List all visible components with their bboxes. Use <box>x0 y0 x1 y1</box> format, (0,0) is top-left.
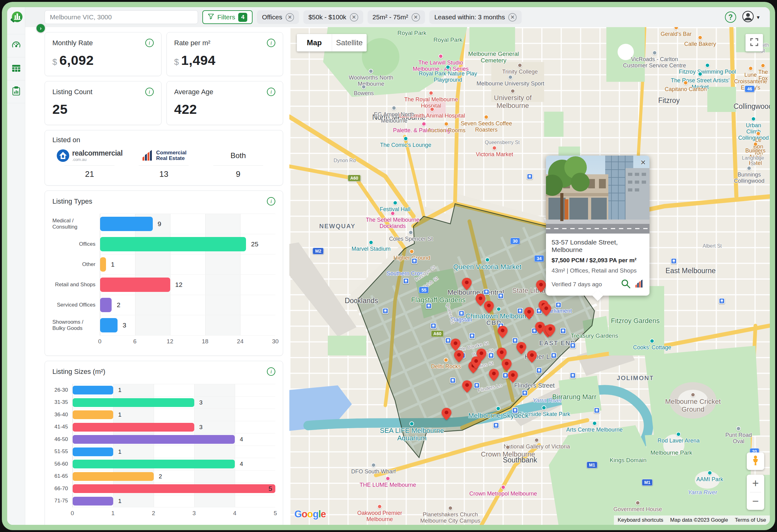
bar-value-label: 25 <box>251 240 258 248</box>
realcommercial-logo: realcommercial.com.au <box>57 148 123 163</box>
transit-station-icon <box>469 333 475 339</box>
filter-chip[interactable]: Offices✕ <box>257 10 299 24</box>
popup-verified: Verified 7 days ago <box>552 281 602 288</box>
zoom-out-button[interactable]: − <box>747 493 764 510</box>
terms-link[interactable]: Terms of Use <box>735 517 766 523</box>
source-count: 13 <box>159 169 169 179</box>
chart-bar-row: 2 <box>100 295 275 315</box>
listing-types-card: Listing Types i Medical / ConsultingOffi… <box>44 191 283 356</box>
pegman-control[interactable] <box>747 452 764 470</box>
both-label: Both <box>230 151 246 160</box>
chart-plot-area: 92511223 <box>100 214 275 335</box>
commercialrealestate-icon[interactable] <box>635 279 644 290</box>
help-glyph: ? <box>729 13 733 21</box>
user-menu[interactable]: ▼ <box>742 10 761 24</box>
chart-bar <box>73 398 194 407</box>
route-badge: 30 <box>510 238 520 244</box>
satellite-view-button[interactable]: Satellite <box>332 34 367 51</box>
stat-value: $1,494 <box>174 53 275 68</box>
search-listing-icon[interactable] <box>621 279 631 290</box>
fullscreen-button[interactable] <box>746 34 763 51</box>
stat-value: 422 <box>174 102 275 117</box>
sidebar-item-table[interactable] <box>7 57 25 80</box>
info-icon[interactable]: i <box>267 367 275 376</box>
stat-card-listing-count: Listing Count i 25 <box>44 81 161 125</box>
filter-chip[interactable]: 25m² - 75m²✕ <box>368 10 425 24</box>
route-badge: 55 <box>419 287 429 294</box>
chart-bar <box>73 460 235 468</box>
google-logo-letter: G <box>294 509 302 520</box>
table-icon <box>11 63 21 75</box>
stat-label: Monthly Rate <box>52 39 93 47</box>
chip-remove-icon[interactable]: ✕ <box>508 13 517 21</box>
google-logo-letter: g <box>313 509 318 520</box>
bar-value-label: 3 <box>123 322 126 329</box>
source-count: 9 <box>236 169 240 179</box>
y-axis-label: 71-75 <box>52 495 72 507</box>
transit-station-icon <box>594 407 600 413</box>
info-icon[interactable]: i <box>145 88 154 96</box>
google-logo-letter: l <box>318 509 321 520</box>
info-icon[interactable]: i <box>267 39 275 47</box>
bar-value-label: 2 <box>159 473 162 480</box>
chart-bar-row: 2 <box>73 470 275 483</box>
panel-collapse-toggle[interactable]: › <box>36 24 45 32</box>
transit-station-icon <box>503 373 509 379</box>
gauge-icon <box>11 40 21 51</box>
chip-label: Offices <box>262 13 282 21</box>
transit-station-icon <box>512 407 518 413</box>
zoom-in-button[interactable]: + <box>747 474 764 492</box>
bar-value-label: 2 <box>117 301 120 309</box>
bar-value-label: 3 <box>199 424 203 431</box>
google-logo[interactable]: Google <box>294 509 326 520</box>
transit-station-icon <box>671 258 677 264</box>
filters-button[interactable]: Filters 4 <box>202 10 252 24</box>
stat-label: Rate per m² <box>174 39 210 47</box>
transit-station-icon <box>719 298 725 304</box>
info-icon[interactable]: i <box>267 197 275 206</box>
x-tick-label: 0 <box>98 338 102 345</box>
transit-station-icon <box>551 353 557 358</box>
bar-value-label: 4 <box>240 436 243 443</box>
divider <box>65 165 114 166</box>
stats-panel: Monthly Rate i $6,092 Rate per m² i $1,4… <box>25 27 289 525</box>
bar-value-label: 5 <box>268 485 272 493</box>
chart-plot-area: 1313414251 <box>72 384 275 507</box>
map-type-control: Map Satellite <box>297 34 367 51</box>
transit-station-icon <box>431 323 437 329</box>
info-icon[interactable]: i <box>267 88 275 96</box>
content: Monthly Rate i $6,092 Rate per m² i $1,4… <box>25 27 770 525</box>
chip-remove-icon[interactable]: ✕ <box>412 13 420 21</box>
sidebar-item-reports[interactable] <box>7 80 25 103</box>
chip-remove-icon[interactable]: ✕ <box>350 13 358 21</box>
chip-remove-icon[interactable]: ✕ <box>286 13 294 21</box>
funnel-icon <box>208 13 214 21</box>
keyboard-shortcuts-link[interactable]: Keyboard shortcuts <box>618 517 663 523</box>
map-attribution: Keyboard shortcuts Map data ©2023 Google… <box>614 516 770 525</box>
main-area: › Melbourne VIC, 3000 Filters 4 Offices✕… <box>25 7 770 525</box>
app-logo[interactable] <box>9 11 23 25</box>
transit-station-icon <box>512 338 518 344</box>
chip-label: 25m² - 75m² <box>372 13 408 21</box>
map-view-button[interactable]: Map <box>297 34 332 51</box>
chart-bar <box>100 298 112 312</box>
listing-sizes-chart: 26-3031-3536-4041-4546-5051-5556-6061-65… <box>52 384 275 507</box>
filter-chip[interactable]: $50k - $100k✕ <box>303 10 363 24</box>
help-icon[interactable]: ? <box>725 12 736 23</box>
info-icon[interactable]: i <box>145 39 154 47</box>
filters-label: Filters <box>217 13 235 21</box>
clipboard-chart-icon <box>12 86 21 97</box>
map-canvas[interactable]: Royal ParkRoyal ParkGerald's BarCalle Ba… <box>289 27 770 525</box>
commercialrealestate-logo: CommercialReal Estate <box>141 148 187 163</box>
location-search-input[interactable]: Melbourne VIC, 3000 <box>44 10 198 24</box>
route-badge: A60 <box>431 330 444 337</box>
close-icon[interactable]: × <box>641 158 646 167</box>
zoom-control: + − <box>747 474 764 510</box>
chart-bar <box>100 237 246 251</box>
transit-station-icon <box>411 258 417 264</box>
source-count: 21 <box>85 169 94 179</box>
filter-chip[interactable]: Leased within: 3 months✕ <box>429 10 522 24</box>
sidebar-item-dashboard[interactable] <box>7 34 25 57</box>
bar-value-label: 1 <box>118 448 122 455</box>
transit-station-icon <box>560 328 566 334</box>
